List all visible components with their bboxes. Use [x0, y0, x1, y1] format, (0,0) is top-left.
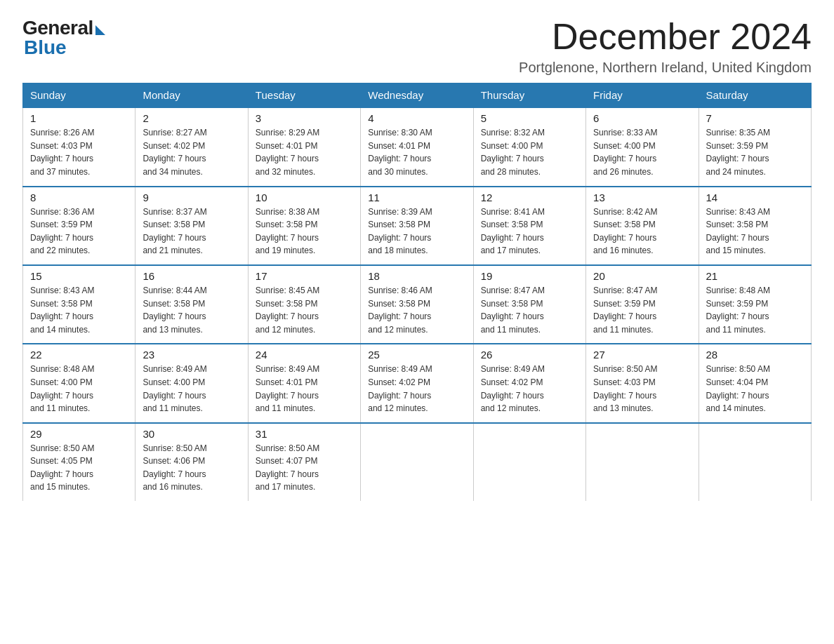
calendar-cell: 3Sunrise: 8:29 AMSunset: 4:01 PMDaylight…	[248, 107, 360, 186]
day-info: Sunrise: 8:39 AMSunset: 3:58 PMDaylight:…	[368, 206, 465, 257]
day-info: Sunrise: 8:50 AMSunset: 4:06 PMDaylight:…	[143, 442, 240, 494]
calendar-cell: 13Sunrise: 8:42 AMSunset: 3:58 PMDayligh…	[586, 187, 699, 265]
day-number: 15	[30, 270, 128, 282]
day-info: Sunrise: 8:30 AMSunset: 4:01 PMDaylight:…	[368, 126, 465, 178]
logo-arrow-icon	[95, 25, 105, 35]
day-number: 10	[256, 192, 353, 203]
calendar-cell: 4Sunrise: 8:30 AMSunset: 4:01 PMDaylight…	[361, 107, 473, 186]
calendar-cell	[586, 423, 699, 501]
day-info: Sunrise: 8:50 AMSunset: 4:03 PMDaylight:…	[593, 363, 691, 415]
day-info: Sunrise: 8:32 AMSunset: 4:00 PMDaylight:…	[481, 126, 578, 178]
calendar-cell: 20Sunrise: 8:47 AMSunset: 3:59 PMDayligh…	[586, 265, 699, 344]
logo-blue-text: Blue	[24, 36, 67, 59]
day-number: 25	[368, 349, 465, 361]
day-number: 4	[368, 112, 465, 124]
day-info: Sunrise: 8:47 AMSunset: 3:59 PMDaylight:…	[593, 284, 691, 336]
day-info: Sunrise: 8:43 AMSunset: 3:58 PMDaylight:…	[30, 284, 128, 336]
weekday-header-row: SundayMondayTuesdayWednesdayThursdayFrid…	[23, 83, 812, 108]
week-row-5: 29Sunrise: 8:50 AMSunset: 4:05 PMDayligh…	[23, 423, 812, 501]
day-number: 7	[706, 112, 804, 124]
day-number: 19	[481, 270, 578, 282]
calendar-cell: 12Sunrise: 8:41 AMSunset: 3:58 PMDayligh…	[473, 187, 585, 265]
day-number: 30	[143, 428, 240, 440]
day-number: 2	[143, 112, 240, 124]
day-info: Sunrise: 8:50 AMSunset: 4:04 PMDaylight:…	[706, 363, 804, 415]
day-info: Sunrise: 8:37 AMSunset: 3:58 PMDaylight:…	[143, 206, 240, 257]
calendar-cell	[473, 423, 585, 501]
day-number: 9	[143, 192, 240, 203]
calendar-cell: 1Sunrise: 8:26 AMSunset: 4:03 PMDaylight…	[23, 107, 135, 186]
day-info: Sunrise: 8:27 AMSunset: 4:02 PMDaylight:…	[143, 126, 240, 178]
calendar-cell: 25Sunrise: 8:49 AMSunset: 4:02 PMDayligh…	[361, 344, 473, 422]
day-number: 21	[706, 270, 804, 282]
calendar-cell: 18Sunrise: 8:46 AMSunset: 3:58 PMDayligh…	[361, 265, 473, 344]
day-info: Sunrise: 8:29 AMSunset: 4:01 PMDaylight:…	[256, 126, 353, 178]
calendar-cell: 11Sunrise: 8:39 AMSunset: 3:58 PMDayligh…	[361, 187, 473, 265]
calendar-cell: 9Sunrise: 8:37 AMSunset: 3:58 PMDaylight…	[135, 187, 248, 265]
day-info: Sunrise: 8:38 AMSunset: 3:58 PMDaylight:…	[256, 206, 353, 257]
day-info: Sunrise: 8:33 AMSunset: 4:00 PMDaylight:…	[593, 126, 691, 178]
weekday-header-thursday: Thursday	[473, 83, 585, 108]
weekday-header-saturday: Saturday	[699, 83, 811, 108]
calendar-cell: 6Sunrise: 8:33 AMSunset: 4:00 PMDaylight…	[586, 107, 699, 186]
day-info: Sunrise: 8:43 AMSunset: 3:58 PMDaylight:…	[706, 206, 804, 257]
day-number: 31	[256, 428, 353, 440]
calendar-cell: 24Sunrise: 8:49 AMSunset: 4:01 PMDayligh…	[248, 344, 360, 422]
day-number: 29	[30, 428, 128, 440]
calendar-cell: 26Sunrise: 8:49 AMSunset: 4:02 PMDayligh…	[473, 344, 585, 422]
page-header: General Blue December 2024 Portglenone, …	[22, 17, 812, 76]
calendar-table: SundayMondayTuesdayWednesdayThursdayFrid…	[22, 83, 812, 501]
day-info: Sunrise: 8:46 AMSunset: 3:58 PMDaylight:…	[368, 284, 465, 336]
calendar-cell: 23Sunrise: 8:49 AMSunset: 4:00 PMDayligh…	[135, 344, 248, 422]
day-number: 13	[593, 192, 691, 203]
calendar-cell: 22Sunrise: 8:48 AMSunset: 4:00 PMDayligh…	[23, 344, 135, 422]
day-info: Sunrise: 8:44 AMSunset: 3:58 PMDaylight:…	[143, 284, 240, 336]
calendar-cell: 14Sunrise: 8:43 AMSunset: 3:58 PMDayligh…	[699, 187, 811, 265]
day-info: Sunrise: 8:35 AMSunset: 3:59 PMDaylight:…	[706, 126, 804, 178]
day-number: 11	[368, 192, 465, 203]
day-number: 14	[706, 192, 804, 203]
calendar-cell: 21Sunrise: 8:48 AMSunset: 3:59 PMDayligh…	[699, 265, 811, 344]
day-info: Sunrise: 8:49 AMSunset: 4:01 PMDaylight:…	[256, 363, 353, 415]
calendar-cell	[361, 423, 473, 501]
day-info: Sunrise: 8:49 AMSunset: 4:02 PMDaylight:…	[368, 363, 465, 415]
calendar-cell: 10Sunrise: 8:38 AMSunset: 3:58 PMDayligh…	[248, 187, 360, 265]
day-number: 26	[481, 349, 578, 361]
day-number: 24	[256, 349, 353, 361]
week-row-3: 15Sunrise: 8:43 AMSunset: 3:58 PMDayligh…	[23, 265, 812, 344]
day-number: 23	[143, 349, 240, 361]
calendar-cell: 15Sunrise: 8:43 AMSunset: 3:58 PMDayligh…	[23, 265, 135, 344]
weekday-header-tuesday: Tuesday	[248, 83, 360, 108]
calendar-cell: 27Sunrise: 8:50 AMSunset: 4:03 PMDayligh…	[586, 344, 699, 422]
day-number: 22	[30, 349, 128, 361]
day-info: Sunrise: 8:47 AMSunset: 3:58 PMDaylight:…	[481, 284, 578, 336]
calendar-cell: 2Sunrise: 8:27 AMSunset: 4:02 PMDaylight…	[135, 107, 248, 186]
calendar-cell: 31Sunrise: 8:50 AMSunset: 4:07 PMDayligh…	[248, 423, 360, 501]
day-number: 18	[368, 270, 465, 282]
day-info: Sunrise: 8:50 AMSunset: 4:05 PMDaylight:…	[30, 442, 128, 494]
day-info: Sunrise: 8:49 AMSunset: 4:02 PMDaylight:…	[481, 363, 578, 415]
weekday-header-wednesday: Wednesday	[361, 83, 473, 108]
day-number: 5	[481, 112, 578, 124]
day-info: Sunrise: 8:42 AMSunset: 3:58 PMDaylight:…	[593, 206, 691, 257]
day-info: Sunrise: 8:48 AMSunset: 3:59 PMDaylight:…	[706, 284, 804, 336]
day-number: 17	[256, 270, 353, 282]
week-row-1: 1Sunrise: 8:26 AMSunset: 4:03 PMDaylight…	[23, 107, 812, 186]
calendar-cell: 30Sunrise: 8:50 AMSunset: 4:06 PMDayligh…	[135, 423, 248, 501]
day-info: Sunrise: 8:50 AMSunset: 4:07 PMDaylight:…	[256, 442, 353, 494]
calendar-cell: 17Sunrise: 8:45 AMSunset: 3:58 PMDayligh…	[248, 265, 360, 344]
calendar-cell: 16Sunrise: 8:44 AMSunset: 3:58 PMDayligh…	[135, 265, 248, 344]
day-number: 27	[593, 349, 691, 361]
location-text: Portglenone, Northern Ireland, United Ki…	[519, 60, 812, 76]
calendar-cell: 19Sunrise: 8:47 AMSunset: 3:58 PMDayligh…	[473, 265, 585, 344]
week-row-4: 22Sunrise: 8:48 AMSunset: 4:00 PMDayligh…	[23, 344, 812, 422]
calendar-cell: 5Sunrise: 8:32 AMSunset: 4:00 PMDaylight…	[473, 107, 585, 186]
title-block: December 2024 Portglenone, Northern Irel…	[519, 17, 812, 76]
calendar-cell: 29Sunrise: 8:50 AMSunset: 4:05 PMDayligh…	[23, 423, 135, 501]
day-info: Sunrise: 8:48 AMSunset: 4:00 PMDaylight:…	[30, 363, 128, 415]
calendar-cell	[699, 423, 811, 501]
day-info: Sunrise: 8:45 AMSunset: 3:58 PMDaylight:…	[256, 284, 353, 336]
day-info: Sunrise: 8:41 AMSunset: 3:58 PMDaylight:…	[481, 206, 578, 257]
day-number: 1	[30, 112, 128, 124]
weekday-header-friday: Friday	[586, 83, 699, 108]
